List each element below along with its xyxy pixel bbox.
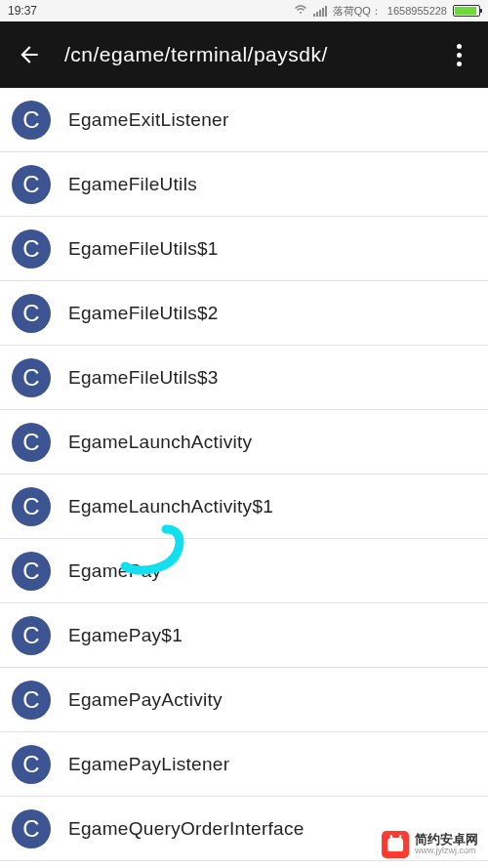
class-name-label: EgamePayListener (68, 754, 229, 775)
watermark-title: 简约安卓网 (415, 833, 478, 847)
signal-icon (313, 6, 327, 17)
path-title: /cn/egame/terminal/paysdk/ (64, 43, 441, 66)
class-list: CEgameExitListenerCEgameFileUtilsCEgameF… (0, 88, 488, 868)
class-name-label: EgameLaunchActivity (68, 432, 252, 453)
class-name-label: EgameFileUtils (68, 174, 197, 195)
class-name-label: EgameFileUtils$1 (68, 238, 219, 260)
back-button[interactable] (12, 37, 47, 72)
class-badge-icon: C (12, 358, 51, 397)
watermark: 简约安卓网 www.jylzwj.com (382, 831, 478, 858)
class-badge-icon: C (12, 809, 51, 848)
status-time: 19:37 (8, 4, 37, 18)
list-item[interactable]: CEgamePay (0, 539, 488, 603)
class-badge-icon: C (12, 681, 51, 720)
class-name-label: EgameExitListener (68, 109, 229, 131)
list-item[interactable]: CEgameFileUtils (0, 152, 488, 217)
class-name-label: EgameQueryOrderInterface (68, 818, 305, 840)
list-item[interactable]: CEgamePayActivity (0, 668, 488, 732)
list-item[interactable]: CEgamePayListener (0, 732, 488, 797)
class-badge-icon: C (12, 229, 51, 269)
class-badge-icon: C (12, 423, 51, 462)
wifi-icon (294, 4, 307, 18)
list-item[interactable]: CEgameLaunchActivity$1 (0, 475, 488, 539)
watermark-url: www.jylzwj.com (415, 847, 478, 856)
class-badge-icon: C (12, 294, 51, 333)
list-item[interactable]: CEgameExitListener (0, 88, 488, 152)
class-badge-icon: C (12, 745, 51, 784)
class-name-label: EgamePay$1 (68, 625, 183, 646)
class-name-label: EgameLaunchActivity$1 (68, 496, 273, 517)
status-bar: 19:37 落荷QQ： 1658955228 (0, 0, 488, 21)
class-name-label: EgameFileUtils$3 (68, 367, 219, 389)
arrow-back-icon (17, 42, 42, 67)
watermark-icon (382, 831, 409, 858)
list-item[interactable]: CEgameLaunchActivity (0, 410, 488, 475)
class-badge-icon: C (12, 552, 51, 591)
more-vert-icon (457, 44, 462, 66)
status-qq-label: 落荷QQ： (333, 4, 382, 19)
battery-icon (453, 5, 480, 17)
class-badge-icon: C (12, 165, 51, 204)
status-qq-number: 1658955228 (387, 5, 447, 17)
class-name-label: EgameFileUtils$2 (68, 303, 219, 324)
overflow-menu-button[interactable] (441, 37, 476, 72)
class-name-label: EgamePayActivity (68, 689, 223, 711)
list-item[interactable]: CEgamePay$1 (0, 603, 488, 668)
class-badge-icon: C (12, 101, 51, 140)
app-bar: /cn/egame/terminal/paysdk/ (0, 21, 488, 88)
list-item[interactable]: CEgameFileUtils$3 (0, 346, 488, 410)
list-item[interactable]: CFailedCode (0, 861, 488, 868)
class-badge-icon: C (12, 487, 51, 526)
class-badge-icon: C (12, 616, 51, 655)
list-item[interactable]: CEgameFileUtils$1 (0, 217, 488, 281)
list-item[interactable]: CEgameFileUtils$2 (0, 281, 488, 346)
class-name-label: EgamePay (68, 560, 161, 582)
